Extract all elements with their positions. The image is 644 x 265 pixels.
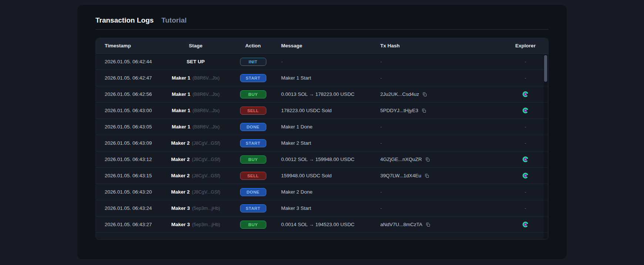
timestamp: 2026.01.05. 06:43:15 — [105, 173, 152, 178]
explorer-link-icon[interactable] — [522, 221, 529, 228]
stage-wallet-short: (B8R6V...Jtx) — [193, 108, 220, 113]
action-badge-done[interactable]: DONE — [240, 123, 266, 131]
message-text: Maker 1 Start — [281, 75, 311, 81]
action-badge-done[interactable]: DONE — [240, 188, 266, 196]
message-text: 0.0014 SOL → 194523.00 USDC — [281, 222, 354, 227]
column-header-action: Action — [233, 43, 273, 48]
table-row: 2026.01.05. 06:43:09Maker 2(J8CgV...GSf)… — [96, 135, 548, 151]
stage-label: Maker 1 — [172, 124, 190, 130]
explorer-link-icon[interactable] — [522, 91, 529, 97]
table-row: 2026.01.05. 06:43:05Maker 1(B8R6V...Jtx)… — [96, 119, 548, 135]
copy-icon[interactable] — [421, 108, 426, 113]
timestamp: 2026.01.05. 06:42:44 — [105, 59, 152, 64]
tx-hash-short: 39Q7LW...1dX4Eu — [380, 173, 421, 178]
transaction-logs-card: Transaction Logs Tutorial Timestamp Stag… — [77, 5, 567, 259]
table-row: 2026.01.05. 06:42:56Maker 1(B8R6V...Jtx)… — [96, 86, 548, 103]
column-header-stage: Stage — [159, 43, 233, 48]
column-header-timestamp: Timestamp — [96, 43, 159, 48]
tx-hash-empty: - — [380, 189, 382, 195]
stage-label: Maker 1 — [172, 91, 190, 97]
timestamp: 2026.01.05. 06:43:20 — [105, 189, 152, 195]
explorer-link-icon[interactable] — [522, 172, 529, 179]
action-badge-init[interactable]: INIT — [240, 58, 266, 66]
stage-label: Maker 1 — [172, 108, 190, 113]
action-badge-sell[interactable]: SELL — [240, 172, 266, 180]
table-row: 2026.01.05. 06:42:44SET UPINIT--- — [96, 54, 548, 70]
column-header-explorer: Explorer — [503, 43, 548, 48]
action-badge-start[interactable]: START — [240, 204, 266, 212]
stage-label: Maker 3 — [171, 222, 190, 227]
timestamp: 2026.01.05. 06:43:00 — [105, 108, 152, 113]
message-text: 0.0013 SOL → 178223.00 USDC — [281, 91, 354, 97]
table-header-row: Timestamp Stage Action Message Tx Hash E… — [96, 38, 548, 54]
table-row: 2026.01.05. 06:43:00Maker 1(B8R6V...Jtx)… — [96, 103, 548, 119]
copy-icon[interactable] — [425, 222, 431, 227]
transactions-table: Timestamp Stage Action Message Tx Hash E… — [95, 38, 549, 240]
message-text: 159948.00 USDC Sold — [281, 173, 332, 178]
table-row: 2026.01.05. 06:43:15Maker 2(J8CgV...GSf)… — [96, 168, 548, 184]
stage-wallet-short: (J8CgV...GSf) — [192, 173, 220, 178]
action-badge-buy[interactable]: BUY — [240, 155, 266, 164]
copy-icon[interactable] — [422, 92, 427, 97]
table-body: 2026.01.05. 06:42:44SET UPINIT---2026.01… — [96, 54, 548, 233]
stage-wallet-short: (5ep3m...jHb) — [192, 206, 220, 211]
timestamp: 2026.01.05. 06:43:24 — [105, 205, 152, 211]
explorer-link-icon[interactable] — [522, 156, 529, 162]
tab-transaction-logs[interactable]: Transaction Logs — [95, 16, 154, 24]
table-row: 2026.01.05. 06:43:27Maker 3(5ep3m...jHb)… — [96, 217, 548, 233]
explorer-empty: - — [525, 189, 526, 195]
timestamp: 2026.01.05. 06:42:56 — [105, 91, 152, 97]
stage-label: Maker 2 — [171, 140, 190, 146]
message-text: Maker 3 Start — [281, 205, 311, 211]
tx-hash-empty: - — [380, 205, 382, 211]
message-text: 178223.00 USDC Sold — [281, 108, 332, 113]
action-badge-start[interactable]: START — [240, 74, 266, 82]
stage-label: Maker 2 — [171, 173, 190, 178]
timestamp: 2026.01.05. 06:43:09 — [105, 140, 152, 146]
explorer-empty: - — [525, 205, 526, 211]
message-text: - — [281, 59, 283, 64]
table-row: 2026.01.05. 06:43:20Maker 2(J8CgV...GSf)… — [96, 184, 548, 200]
action-badge-sell[interactable]: SELL — [240, 107, 266, 115]
stage-label: Maker 1 — [172, 75, 190, 81]
explorer-link-icon[interactable] — [522, 107, 529, 114]
tab-tutorial[interactable]: Tutorial — [161, 16, 186, 24]
stage-wallet-short: (5ep3m...jHb) — [192, 222, 220, 227]
action-badge-start[interactable]: START — [240, 139, 266, 147]
tx-hash-empty: - — [380, 140, 382, 146]
timestamp: 2026.01.05. 06:43:27 — [105, 222, 152, 227]
stage-wallet-short: (B8R6V...Jtx) — [193, 76, 220, 81]
timestamp: 2026.01.05. 06:42:47 — [105, 75, 152, 81]
message-text: 0.0012 SOL → 159948.00 USDC — [281, 157, 354, 162]
stage-wallet-short: (B8R6V...Jtx) — [193, 92, 220, 97]
action-badge-buy[interactable]: BUY — [240, 90, 266, 98]
explorer-empty: - — [525, 59, 526, 64]
stage-label: SET UP — [187, 59, 205, 64]
scrollbar-thumb[interactable] — [544, 55, 547, 82]
stage-wallet-short: (J8CgV...GSf) — [192, 141, 220, 146]
tx-hash-short: aNdV7U...8mCzTA — [380, 222, 422, 227]
table-row: 2026.01.05. 06:43:24Maker 3(5ep3m...jHb)… — [96, 200, 548, 217]
timestamp: 2026.01.05. 06:43:05 — [105, 124, 152, 130]
stage-wallet-short: (B8R6V...Jtx) — [193, 124, 220, 130]
tx-hash-empty: - — [380, 75, 382, 81]
tabs-bar: Transaction Logs Tutorial — [77, 5, 567, 24]
copy-icon[interactable] — [425, 157, 430, 162]
action-badge-buy[interactable]: BUY — [240, 221, 266, 229]
table-row: 2026.01.05. 06:43:12Maker 2(J8CgV...GSf)… — [96, 151, 548, 168]
message-text: Maker 1 Done — [281, 124, 313, 130]
tabs-divider — [95, 29, 549, 30]
timestamp: 2026.01.05. 06:43:12 — [105, 157, 152, 162]
table-scrollbar[interactable] — [544, 54, 547, 239]
column-header-message: Message — [273, 43, 371, 48]
table-row: 2026.01.05. 06:42:47Maker 1(B8R6V...Jtx)… — [96, 70, 548, 86]
copy-icon[interactable] — [424, 173, 429, 178]
column-header-txhash: Tx Hash — [371, 43, 503, 48]
stage-label: Maker 2 — [171, 157, 190, 162]
stage-wallet-short: (J8CgV...GSf) — [192, 189, 220, 195]
stage-wallet-short: (J8CgV...GSf) — [192, 157, 220, 162]
tx-hash-empty: - — [380, 124, 382, 130]
message-text: Maker 2 Done — [281, 189, 313, 195]
explorer-empty: - — [525, 140, 526, 146]
tx-hash-short: 5PDDYJ...tHjyE3 — [380, 108, 418, 113]
